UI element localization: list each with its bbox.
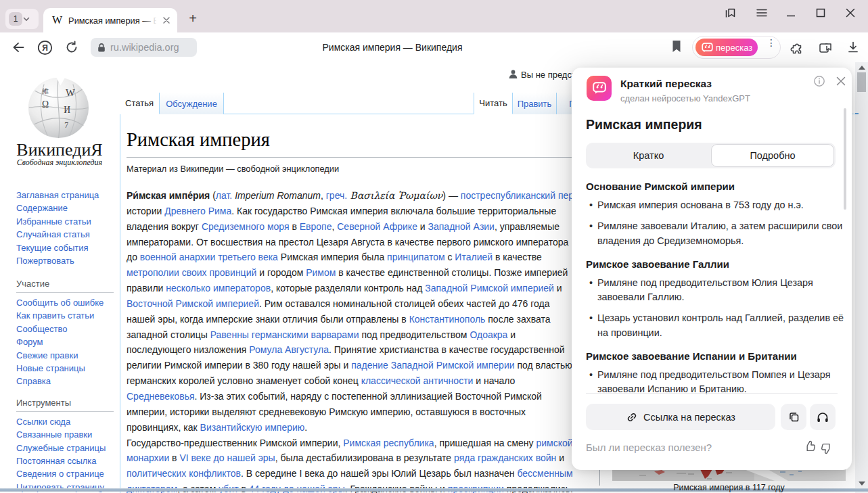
feedback-question: Был ли пересказ полезен?	[586, 442, 712, 453]
toggle-brief[interactable]: Кратко	[586, 143, 711, 168]
summary-link-button[interactable]: Ссылка на пересказ	[586, 404, 775, 430]
sidebar-link[interactable]: Форум	[16, 335, 115, 348]
sidebar-link[interactable]: Случайная статья	[16, 228, 115, 241]
minimize-icon[interactable]	[783, 5, 798, 20]
sidebar-link[interactable]: Пожертвовать	[16, 254, 115, 267]
wiki-link[interactable]: Средиземного моря	[202, 221, 290, 232]
wiki-link[interactable]: падение Западной Римской империи	[351, 360, 514, 371]
tab-article[interactable]: Статья	[120, 93, 160, 114]
wiki-link[interactable]: монархии	[127, 452, 169, 463]
bookmark-icon[interactable]	[671, 39, 682, 53]
wiki-link[interactable]: Западной Азии	[428, 221, 495, 232]
thumbs-down-icon[interactable]	[821, 442, 833, 454]
tab-discussion[interactable]: Обсуждение	[160, 93, 224, 114]
wiki-link[interactable]: Италией	[455, 252, 493, 262]
maximize-icon[interactable]	[813, 5, 828, 20]
tabs-panel-icon[interactable]	[817, 40, 833, 56]
article-text: , была дестабилизирована в результате	[275, 452, 454, 463]
scrollbar-up-arrow[interactable]	[859, 66, 865, 70]
thumbs-up-icon[interactable]	[804, 440, 816, 452]
window-close-icon[interactable]	[843, 5, 858, 20]
sidebar-link[interactable]: Содержание	[16, 202, 115, 214]
info-icon[interactable]	[813, 75, 825, 87]
article-text: Imperium Romanum	[232, 190, 321, 201]
sidebar-link[interactable]: Справка	[16, 375, 115, 388]
wiki-link[interactable]: VI веке до нашей эры	[179, 452, 275, 463]
sidebar-link[interactable]: Избранные статьи	[16, 215, 115, 228]
sidebar-link[interactable]: Связанные правки	[16, 428, 115, 441]
tab-read[interactable]: Читать	[474, 93, 513, 114]
download-icon[interactable]	[846, 40, 861, 55]
sidebar-link[interactable]: Сообщество	[16, 323, 115, 335]
sidebar-link[interactable]: Свежие правки	[16, 349, 115, 362]
wiki-link[interactable]: политических конфликтов	[127, 468, 241, 479]
wiki-link[interactable]: Римская республика	[343, 438, 434, 448]
article-text: последующего низложения	[127, 344, 249, 355]
wiki-link[interactable]: Европе	[300, 221, 332, 232]
retell-button[interactable]: пересказ	[695, 39, 758, 56]
article-text: . Из-за этих событий, наряду с постепенн…	[195, 391, 542, 402]
wiki-link[interactable]: римской	[536, 438, 572, 448]
summary-bullet: •Цезарь установил контроль над Галлией, …	[586, 311, 844, 340]
sidebar-link[interactable]: Сообщить об ошибке	[16, 296, 115, 309]
wiki-link[interactable]: Ромула Августула	[249, 344, 329, 355]
wiki-link[interactable]: Римом	[306, 267, 336, 278]
extensions-puzzle-icon[interactable]	[790, 40, 805, 55]
sidebar-link[interactable]: Служебные страницы	[16, 442, 115, 454]
wiki-link[interactable]: Равенны	[210, 329, 249, 340]
wiki-link[interactable]: военной анархии третьего века	[140, 252, 278, 262]
wikipedia-globe-logo[interactable]: W Ω И 維 7	[26, 74, 91, 139]
toggle-detailed[interactable]: Подробно	[711, 144, 834, 167]
menu-icon[interactable]	[754, 5, 769, 20]
reload-icon[interactable]	[64, 40, 79, 55]
sidebar-link[interactable]: Ссылки сюда	[16, 415, 115, 428]
tab-close-icon[interactable]	[161, 15, 172, 26]
wiki-link[interactable]: Средневековья	[127, 391, 195, 402]
wiki-link[interactable]: принципатом	[387, 252, 444, 262]
page-scrollbar-track[interactable]	[855, 62, 868, 493]
wiki-link[interactable]: германскими варварами	[252, 329, 359, 340]
wiki-link[interactable]: греч.	[326, 190, 347, 201]
tab-edit[interactable]: Править	[513, 93, 557, 114]
article-text: и	[556, 452, 564, 463]
sidebar-link[interactable]: Как править статьи	[16, 309, 115, 322]
yandex-browser-icon[interactable]: Я	[37, 40, 53, 55]
wiki-link[interactable]: Одоакра	[470, 329, 507, 340]
new-tab-button[interactable]: +	[185, 11, 200, 26]
sidebar-link[interactable]: Постоянная ссылка	[16, 454, 115, 467]
wiki-link[interactable]: несколько императоров	[166, 283, 271, 294]
address-chip[interactable]: ru.wikipedia.org	[91, 38, 197, 57]
listen-button[interactable]	[810, 404, 836, 430]
panel-close-icon[interactable]	[835, 75, 847, 87]
back-icon[interactable]	[11, 40, 26, 55]
wiki-link[interactable]: классической античности	[361, 375, 474, 386]
article-text: Ри́мская импе́рия	[127, 190, 210, 201]
infobox-map-image[interactable]	[612, 469, 846, 481]
wiki-link[interactable]: метрополии своих провинций	[127, 267, 256, 278]
wiki-link[interactable]: Северной Африке	[337, 221, 417, 232]
wiki-link[interactable]: лат.	[216, 190, 232, 201]
wiki-link[interactable]: Восточной Римской империей	[127, 298, 259, 309]
scrollbar-find-marker	[855, 113, 859, 114]
panel-scrollbar-thumb[interactable]	[844, 108, 846, 210]
article-text: Βασιλεία Ῥωμαίων	[347, 190, 442, 201]
wiki-link[interactable]: Византийскую империю	[200, 422, 305, 433]
copy-button[interactable]	[781, 404, 806, 430]
wiki-link[interactable]: Константинополь	[409, 314, 486, 325]
sidebar-link[interactable]: Заглавная страница	[16, 189, 115, 202]
sidebar-link[interactable]: Новые страницы	[16, 362, 115, 375]
wiki-link[interactable]: ряда гражданских войн	[454, 452, 556, 463]
tab-counter[interactable]: 1	[5, 9, 39, 29]
retell-more-icon[interactable]: ⋮	[766, 40, 777, 45]
scrollbar-down-arrow[interactable]	[859, 482, 865, 486]
browser-tab[interactable]: W Римская империя — В	[43, 8, 177, 32]
wiki-link[interactable]: бессменным	[517, 468, 572, 479]
side-panel-icon[interactable]	[723, 5, 738, 20]
wiki-link[interactable]: постреспубликанский период	[461, 190, 590, 201]
wiki-link[interactable]: Древнего Рима	[164, 206, 231, 216]
svg-text:Я: Я	[42, 43, 48, 53]
sidebar-link[interactable]: Текущие события	[16, 241, 115, 254]
sidebar-link[interactable]: Сведения о странице	[16, 467, 115, 480]
page-scrollbar-thumb[interactable]	[857, 72, 866, 92]
wiki-link[interactable]: Западной Римской империей	[425, 283, 554, 294]
